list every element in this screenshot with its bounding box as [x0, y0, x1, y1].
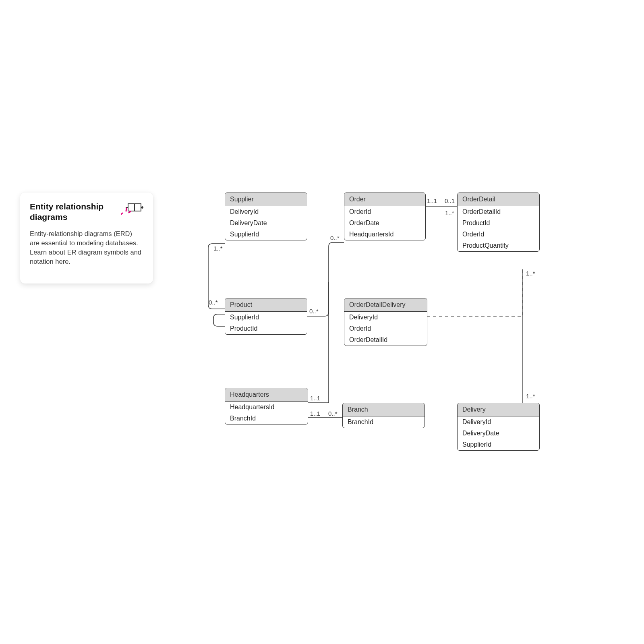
- entity-orderdetaildelivery[interactable]: OrderDetailDelivery DeliveryId OrderId O…: [344, 298, 427, 346]
- entity-attr: OrderId: [458, 229, 539, 240]
- entity-branch[interactable]: Branch BranchId: [342, 403, 425, 428]
- entity-product[interactable]: Product SupplierId ProductId: [225, 298, 307, 335]
- entity-attr: ProductId: [458, 217, 539, 229]
- entity-title: OrderDetailDelivery: [344, 298, 427, 312]
- entity-delivery[interactable]: Delivery DeliveryId DeliveryDate Supplie…: [457, 403, 540, 451]
- entity-orderdetail[interactable]: OrderDetail OrderDetailId ProductId Orde…: [457, 193, 540, 252]
- entity-attr: OrderDetailId: [458, 206, 539, 217]
- cardinality-label: 1..1: [427, 197, 437, 204]
- entity-headquarters[interactable]: Headquarters HeadquartersId BranchId: [225, 388, 308, 425]
- entity-attr: OrderDetailId: [344, 334, 427, 346]
- entity-title: Branch: [343, 403, 425, 416]
- entity-attr: SupplierId: [225, 229, 307, 240]
- entity-title: Delivery: [458, 403, 539, 416]
- entity-attr: OrderId: [344, 206, 425, 217]
- entity-title: OrderDetail: [458, 193, 539, 206]
- entity-attr: DeliveryId: [458, 416, 539, 428]
- entity-title: Supplier: [225, 193, 307, 206]
- cardinality-label: 1..*: [526, 270, 535, 277]
- svg-line-5: [126, 208, 126, 211]
- cardinality-label: 0..1: [445, 197, 455, 204]
- explainer-card: Entity relationship diagrams Entity-rela…: [20, 193, 153, 284]
- entity-attr: BranchId: [225, 413, 308, 424]
- entity-attr: SupplierId: [458, 439, 539, 450]
- cardinality-label: 0..*: [328, 410, 338, 417]
- cardinality-label: 1..*: [526, 393, 535, 400]
- card-body: Entity-relationship diagrams (ERD) are e…: [30, 229, 143, 266]
- cardinality-label: 1..*: [213, 245, 223, 252]
- cardinality-label: 1..*: [445, 209, 454, 216]
- connector-layer: [0, 0, 644, 644]
- entity-title: Headquarters: [225, 388, 308, 402]
- entity-attr: OrderId: [344, 323, 427, 334]
- cardinality-label: 1..1: [310, 410, 320, 417]
- svg-line-4: [121, 213, 122, 215]
- spark-accent-icon: [121, 205, 131, 215]
- entity-attr: SupplierId: [225, 312, 307, 323]
- cardinality-label: 0..*: [330, 234, 340, 241]
- svg-line-6: [129, 211, 131, 213]
- cardinality-label: 0..*: [209, 299, 218, 306]
- entity-attr: BranchId: [343, 416, 425, 428]
- entity-attr: DeliveryDate: [225, 217, 307, 229]
- cardinality-label: 1..1: [310, 395, 320, 402]
- entity-attr: DeliveryDate: [458, 428, 539, 439]
- entity-attr: DeliveryId: [344, 312, 427, 323]
- entity-supplier[interactable]: Supplier DeliveryId DeliveryDate Supplie…: [225, 193, 307, 240]
- entity-attr: ProductId: [225, 323, 307, 334]
- entity-title: Product: [225, 298, 307, 312]
- entity-attr: DeliveryId: [225, 206, 307, 217]
- entity-title: Order: [344, 193, 425, 206]
- entity-attr: OrderDate: [344, 217, 425, 229]
- entity-attr: HeadquartersId: [225, 402, 308, 413]
- entity-order[interactable]: Order OrderId OrderDate HeadquartersId: [344, 193, 426, 240]
- cardinality-label: 0..*: [309, 308, 319, 315]
- entity-attr: HeadquartersId: [344, 229, 425, 240]
- entity-attr: ProductQuantity: [458, 240, 539, 251]
